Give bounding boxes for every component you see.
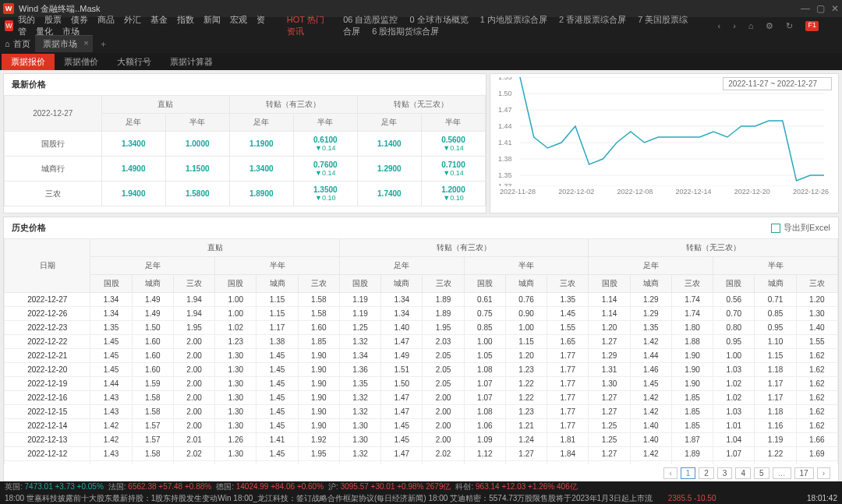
hist-cell: 1.90 — [298, 363, 339, 377]
pager-page[interactable]: 2 — [699, 467, 714, 479]
pager-next[interactable]: › — [817, 467, 830, 479]
pager-page[interactable]: 1 — [681, 467, 696, 479]
hist-cell: 1.32 — [339, 405, 380, 419]
hist-cell: 1.25 — [589, 433, 630, 447]
fwd-icon[interactable]: › — [733, 21, 736, 31]
menu-item[interactable]: 宏观 — [230, 15, 247, 24]
hist-cell: 1.21 — [505, 419, 547, 433]
hist-cell: 1.32 — [339, 335, 380, 349]
hist-cell: 1.87 — [671, 433, 713, 447]
menu-item[interactable]: 外汇 — [124, 15, 141, 24]
date-range-input[interactable]: 2022-11-27 ~ 2022-12-27 — [723, 77, 832, 90]
hist-cell: 1.09 — [464, 433, 505, 447]
hist-date: 2022-12-22 — [5, 335, 90, 349]
hist-cell: 1.62 — [796, 405, 837, 419]
back-icon[interactable]: ‹ — [717, 21, 720, 31]
hot-seg[interactable]: 0 全球市场概览 — [410, 15, 469, 24]
pager-page[interactable]: 3 — [717, 467, 733, 479]
hist-cell: 1.30 — [215, 447, 256, 461]
subtab[interactable]: 票据报价 — [2, 54, 55, 70]
hist-cell: 1.23 — [505, 363, 547, 377]
hist-cell: 1.30 — [339, 433, 380, 447]
hist-cell: 2.05 — [423, 349, 464, 363]
subtab[interactable]: 大额行号 — [108, 54, 161, 70]
hist-cell: 1.77 — [547, 405, 589, 419]
refresh-icon[interactable]: ↻ — [786, 21, 793, 31]
hist-cell: 1.45 — [90, 363, 132, 377]
hist-date: 2022-12-13 — [5, 433, 90, 447]
hot-seg[interactable]: 2 香港股票综合屏 — [559, 15, 626, 24]
hist-cell: 1.66 — [796, 433, 837, 447]
hist-cell: 2.05 — [423, 377, 464, 391]
hist-date: 2022-12-21 — [5, 349, 90, 363]
price-cell: 1.8900 — [229, 182, 293, 206]
menu-item[interactable]: 新闻 — [203, 15, 221, 24]
price-cell: 1.3400 — [229, 157, 293, 182]
hist-cell: 1.50 — [132, 321, 173, 335]
maximize-icon[interactable]: ▢ — [816, 3, 825, 14]
hist-cell: 1.90 — [298, 349, 339, 363]
hist-cell: 1.14 — [589, 293, 630, 307]
menu-item[interactable]: 股票 — [44, 15, 62, 24]
mkt: 德国: 14024.99 +84.06 +0.60% — [216, 481, 324, 492]
mkt: 英国: 7473.01 +3.73 +0.05% — [5, 481, 104, 492]
hist-cell: 1.62 — [796, 349, 837, 363]
hist-cell: 1.42 — [630, 335, 671, 349]
price-cell: 1.3400 — [101, 132, 165, 157]
home-icon[interactable]: ⌂ — [748, 21, 754, 31]
hist-cell: 2.00 — [423, 419, 464, 433]
f1-badge[interactable]: F1 — [805, 21, 819, 31]
hist-cell: 1.04 — [713, 433, 755, 447]
hist-cell: 1.18 — [755, 363, 796, 377]
pager-page[interactable]: 4 — [735, 467, 751, 479]
menu-item[interactable]: 债券 — [71, 15, 88, 24]
menu-item[interactable]: 我的 — [18, 15, 35, 24]
close-tab-icon[interactable]: × — [83, 38, 88, 48]
hist-cell: 1.84 — [547, 447, 589, 461]
hot-seg[interactable]: 06 自选股监控 — [343, 15, 398, 24]
hist-cell: 1.16 — [755, 419, 796, 433]
subtab[interactable]: 票据计算器 — [161, 54, 222, 70]
price-cell: 1.4900 — [101, 157, 165, 182]
hist-cell: 1.12 — [464, 447, 505, 461]
hist-date: 2022-12-27 — [5, 293, 90, 307]
hot-seg[interactable]: 1 内地股票综合屏 — [480, 15, 547, 24]
hist-cell: 1.77 — [547, 419, 589, 433]
line-chart: 1.331.351.381.411.441.471.501.53 — [497, 77, 824, 186]
hist-cell: 1.45 — [90, 335, 132, 349]
hist-cell: 1.45 — [256, 363, 298, 377]
mkt: 科创: 963.14 +12.03 +1.26% 406亿 — [455, 481, 577, 492]
hot-seg[interactable]: 6 股指期货综合屏 — [372, 26, 439, 36]
price-cell: 0.5600▼0.14 — [421, 132, 485, 157]
hist-cell: 1.74 — [671, 293, 713, 307]
hist-cell: 1.90 — [671, 363, 713, 377]
pager-page[interactable]: 17 — [794, 467, 814, 479]
settings-icon[interactable]: ⚙ — [766, 21, 773, 31]
menu-item[interactable]: 基金 — [150, 15, 168, 24]
hist-cell: 1.08 — [464, 405, 505, 419]
hist-cell: 1.74 — [671, 307, 713, 321]
menu-item[interactable]: 商品 — [97, 15, 115, 24]
subtab[interactable]: 票据僧价 — [55, 54, 108, 70]
hist-cell: 1.06 — [464, 419, 505, 433]
export-excel-button[interactable]: 导出到Excel — [771, 222, 830, 234]
close-icon[interactable]: ✕ — [831, 3, 839, 14]
hist-cell: 1.62 — [796, 377, 837, 391]
tab-home[interactable]: ⌂ 首页 — [5, 38, 30, 50]
minimize-icon[interactable]: — — [801, 3, 810, 14]
hist-cell: 2.00 — [173, 349, 214, 363]
price-cell: 1.1500 — [165, 157, 229, 182]
new-tab-icon[interactable]: ＋ — [99, 38, 108, 50]
hist-cell: 2.02 — [173, 447, 214, 461]
price-cell: 0.7600▼0.14 — [293, 157, 357, 182]
hist-cell: 1.95 — [298, 447, 339, 461]
menu-item[interactable]: 指数 — [177, 15, 194, 24]
pager-prev[interactable]: ‹ — [663, 467, 677, 479]
hist-cell: 1.15 — [256, 293, 298, 307]
tab-active[interactable]: 票据市场× — [35, 35, 93, 52]
pager-page[interactable]: 5 — [754, 467, 769, 479]
hist-cell: 1.60 — [132, 363, 173, 377]
hot-label[interactable]: HOT 热门资讯 — [287, 14, 329, 37]
hist-cell: 1.35 — [90, 321, 132, 335]
hist-cell: 1.00 — [215, 307, 256, 321]
